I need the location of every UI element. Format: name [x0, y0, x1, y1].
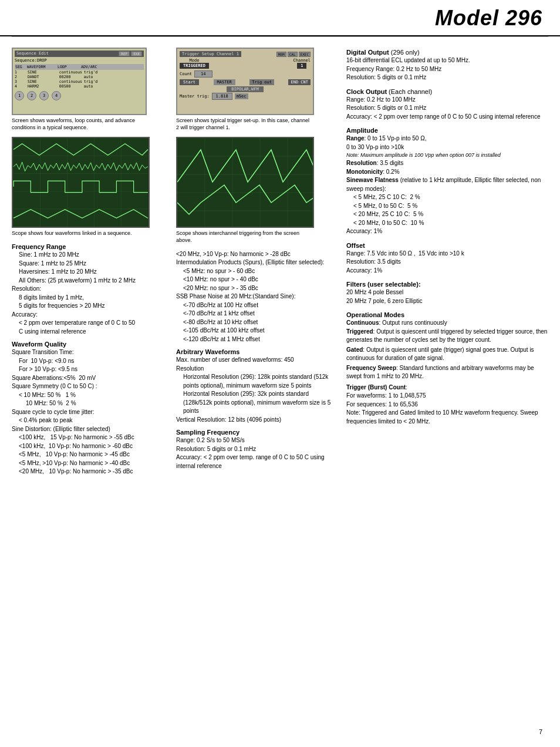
- filters-section: Filters (user selectable): 20 MHz 4 pole…: [346, 281, 548, 305]
- wq-line-1: For 10 Vp-p: <9.0 ns: [12, 357, 170, 366]
- arb-vert: Vertical Resolution: 12 bits (4096 point…: [176, 416, 335, 425]
- digital-output-title-line: Digital Output (296 only): [346, 49, 548, 56]
- op-sweep: Frequency Sweep: Standard functions and …: [346, 364, 548, 381]
- trig-end-label: END CNT: [288, 79, 311, 85]
- trigger-screen: Trigger Setup Channel 1 MEM CAL EXEC Mod…: [176, 48, 314, 115]
- clk-2: Resolution: 5 digits or 0.1 mHz: [346, 104, 548, 113]
- dout-2: Frequency Range: 0.2 Hz to 50 MHz: [346, 65, 548, 74]
- digital-output-section: Digital Output (296 only) 16-bit differe…: [346, 49, 548, 82]
- off-acc: Accuracy: 1%: [346, 267, 548, 275]
- arbitrary-section: Arbitrary Waveforms Max. number of user …: [176, 348, 335, 424]
- waveform-quality-section: Waveform Quality Square Transition Time:…: [12, 341, 170, 476]
- op-continuous: Continuous: Output runs continuously: [346, 319, 548, 328]
- ssb-3: <-80 dBc/Hz at 10 kHz offset: [176, 318, 335, 327]
- btn-4[interactable]: 4: [52, 91, 61, 100]
- ssb-4: <-105 dBc/Hz at 100 kHz offset: [176, 327, 335, 335]
- filters-title: Filters (user selectable):: [346, 281, 548, 288]
- svg-rect-9: [177, 138, 314, 228]
- seq-title: Sequence Edit: [16, 51, 49, 56]
- amplitude-section: Amplitude Range: 0 to 15 Vp-p into 50 Ω,…: [346, 127, 548, 236]
- off-res: Resolution: 3.5 digits: [346, 258, 548, 267]
- wq-line-11: <100 kHz, 10 Vp-p: No harmonic > -60 dBc: [12, 442, 170, 451]
- amp-flat-2: < 5 MHz, 0 to 50 C: 5 %: [346, 202, 548, 211]
- spur-3: <20 MHz: no spur > - 35 dBc: [176, 284, 335, 293]
- clock-output-section: Clock Output (Each channel) Range: 0.2 H…: [346, 88, 548, 122]
- op-triggered: Triggered: Output is quiescent until tri…: [346, 328, 548, 345]
- seq-row-4: 4 HARM2 00500 auto: [15, 84, 144, 89]
- freq-acc-2: C using internal reference: [12, 328, 170, 337]
- trig-bipolar: BIPOLAR,WFM: [227, 86, 263, 92]
- off-range: Range: 7.5 Vdc into 50 Ω , 15 Vdc into >…: [346, 250, 548, 258]
- mid-column: Trigger Setup Channel 1 MEM CAL EXEC Mod…: [176, 48, 335, 476]
- amp-mono: Monotonicity: 0.2%: [346, 168, 548, 177]
- page-header: Model 296: [0, 0, 560, 36]
- arb-res: Resolution: [176, 365, 335, 374]
- sequence-screen: Sequence Edit REF EXE Sequence:DROP SEG …: [12, 48, 147, 115]
- screen1-caption: Screen shows waveforms, loop counts, and…: [12, 117, 147, 131]
- trig-title: Trigger Setup Channel 1: [180, 51, 241, 57]
- amp-note: Note: Maximum amplitude is 100 Vpp when …: [346, 152, 548, 159]
- offset-title: Offset: [346, 242, 548, 249]
- freq-res-1: 8 digits limited by 1 mHz,: [12, 294, 170, 302]
- ssb-5: <-120 dBc/Hz at 1 MHz offset: [176, 335, 335, 344]
- digital-output-suffix: (296 only): [389, 49, 420, 56]
- samp-acc: Accuracy: < 2 ppm over temp. range of 0 …: [176, 453, 335, 470]
- spur-2: <10 MHz: no spur > - 40 dBc: [176, 275, 335, 284]
- scope-screen-2: [176, 137, 314, 228]
- wq-line-7: Square cycle to cycle time jitter:: [12, 408, 170, 417]
- trig-count-label: Count: [180, 72, 192, 76]
- trig-btns: MEM CAL EXEC: [276, 52, 311, 57]
- arb-max: Max. number of user defined waveforms: 4…: [176, 356, 335, 365]
- wq-line-12: <5 MHz, 10 Vp-p: No harmonic > -45 dBc: [12, 450, 170, 459]
- right-column: Digital Output (296 only) 16-bit differe…: [340, 48, 548, 476]
- trig-ch-label: Channel: [293, 58, 311, 63]
- amp-flat-3: < 20 MHz, 25 C 10 C: 5 %: [346, 210, 548, 219]
- operational-title: Operational Modes: [346, 311, 548, 318]
- btn-2[interactable]: 2: [27, 91, 36, 100]
- amp-acc: Accuracy: 1%: [346, 227, 548, 236]
- page-number: 7: [539, 728, 542, 735]
- op-trigger-burst: Trigger (Burst) Count:: [346, 383, 548, 392]
- wq-line-9: Sine Distortion: (Elliptic filter select…: [12, 425, 170, 434]
- amp-res: Resolution: 3.5 digits: [346, 159, 548, 168]
- op-tb-note: Note: Triggered and Gated limited to 10 …: [346, 409, 548, 426]
- trig-ch-val: 1: [297, 63, 306, 69]
- ssb-title: SSB Phase Noise at 20 MHz:(Standard Sine…: [176, 292, 335, 301]
- sampling-section: Sampling Frequency Range: 0.2 S/s to 50 …: [176, 429, 335, 470]
- trig-start-label: Start: [180, 79, 199, 85]
- spur-intro: <20 MHz, >10 Vp-p: No harmonic > -28 dBc: [176, 250, 335, 259]
- digital-output-title: Digital Output: [346, 49, 389, 56]
- amp-range-1: Range: 0 to 15 Vp-p into 50 Ω,: [346, 134, 548, 143]
- screen2-caption: Scope shows four waveforms linked in a s…: [12, 230, 147, 237]
- freq-sine: Sine: 1 mHz to 20 MHz: [12, 251, 170, 260]
- seq-name: Sequence:DROP: [15, 58, 144, 63]
- trig-mode-val: TRIGGERED: [180, 63, 209, 69]
- dout-1: 16-bit differential ECL updated at up to…: [346, 56, 548, 65]
- trig-mode-label: Mode: [190, 58, 200, 63]
- clock-output-title: Clock Output (Each channel): [346, 88, 548, 95]
- btn-1[interactable]: 1: [15, 91, 24, 100]
- scope-svg-1: [13, 138, 149, 227]
- wq-line-4: Square Symmetry (0 C to 50 C) :: [12, 382, 170, 391]
- page-footer: 7: [539, 728, 542, 735]
- wq-line-10: <100 kHz, 15 Vp-p: No harmonic > -55 dBc: [12, 433, 170, 442]
- page-title: Model 296: [435, 6, 542, 30]
- seq-row-2: 2 DANDT 00200 auto: [15, 75, 144, 79]
- op-tb-2: For sequences: 1 to 65,536: [346, 401, 548, 409]
- freq-range-section: Frequency Range Sine: 1 mHz to 20 MHz Sq…: [12, 243, 170, 336]
- ssb-1: <-70 dBc/Hz at 100 Hz offset: [176, 301, 335, 310]
- trig-out-label: Trig out: [249, 79, 274, 85]
- wq-line-3: Square Aberrations:<5% 20 mV: [12, 374, 170, 383]
- spurs-section: <20 MHz, >10 Vp-p: No harmonic > -28 dBc…: [176, 250, 335, 344]
- freq-haversines: Haversines: 1 mHz to 20 MHz: [12, 268, 170, 277]
- btn-3[interactable]: 3: [39, 91, 49, 100]
- offset-section: Offset Range: 7.5 Vdc into 50 Ω , 15 Vdc…: [346, 242, 548, 275]
- amp-flat-1: < 5 MHz, 25 C 10 C: 2 %: [346, 193, 548, 202]
- main-content: Sequence Edit REF EXE Sequence:DROP SEG …: [0, 37, 560, 482]
- clk-1: Range: 0.2 Hz to 100 MHz: [346, 96, 548, 105]
- mid-screen1-caption: Screen shows typical trigger set-up. In …: [176, 117, 311, 131]
- wq-line-14: <20 MHz, 10 Vp-p: No harmonic > -35 dBc: [12, 467, 170, 476]
- arbitrary-title: Arbitrary Waveforms: [176, 348, 335, 355]
- trig-count-val: 14: [194, 70, 212, 78]
- ssb-2: <-70 dBc/Hz at 1 kHz offset: [176, 309, 335, 318]
